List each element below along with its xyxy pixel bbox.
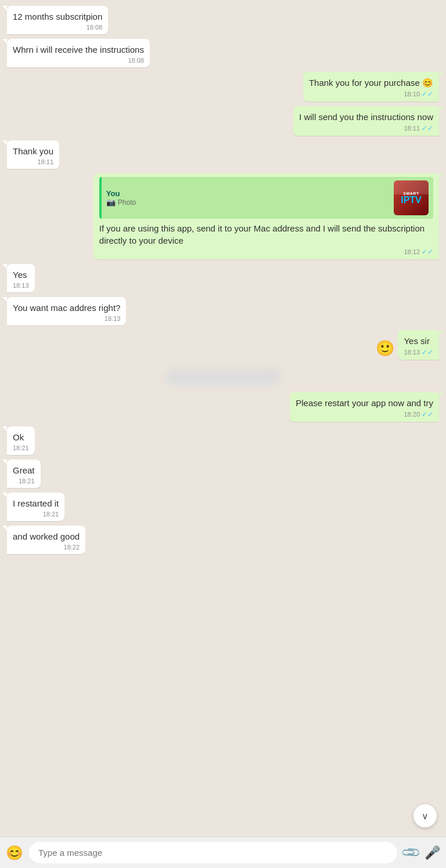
read-ticks: ✓✓ [422, 348, 433, 356]
blurred-message [165, 369, 281, 385]
message-time: 18:13 [404, 349, 420, 356]
message-text: Thank you for your purchase 😊 [309, 78, 433, 88]
message-text: I will send you the instructions now [299, 112, 433, 122]
message-row: You 📷 Photo Smart IPTV If you are using … [7, 173, 439, 259]
message-row: Whrn i will receive the instructions 18:… [7, 39, 439, 67]
message-text: Thank you [13, 146, 53, 156]
message-bubble: 12 months subscritpion 18:08 [7, 6, 108, 34]
message-time: 18:20 [404, 411, 420, 418]
message-text: Great [13, 465, 35, 475]
message-row: Great 18:21 [7, 460, 439, 488]
message-time: 18:13 [13, 282, 29, 289]
quote-block: You 📷 Photo Smart IPTV [99, 177, 433, 219]
message-bubble: Yes 18:13 [7, 264, 35, 292]
read-ticks: ✓✓ [422, 90, 433, 98]
message-input-bar: 😊 📎 🎤 [0, 837, 446, 868]
read-ticks: ✓✓ [422, 410, 433, 418]
message-bubble: I will send you the instructions now 18:… [293, 106, 439, 136]
message-time: 18:13 [105, 315, 121, 322]
message-bubble: Ok 18:21 [7, 426, 35, 455]
message-row: 🙂 Yes sir 18:13 ✓✓ [7, 330, 439, 360]
sent-emoji-avatar: 🙂 [376, 339, 394, 357]
blurred-message-row [7, 369, 439, 385]
message-row: Ok 18:21 [7, 426, 439, 455]
message-bubble: Please restart your app now and try 18:2… [290, 392, 439, 422]
mic-button[interactable]: 🎤 [425, 845, 440, 860]
message-row: Yes 18:13 [7, 264, 439, 292]
message-bubble: You want mac addres right? 18:13 [7, 297, 126, 326]
message-time: 18:12 [404, 248, 420, 255]
message-text: Ok [13, 432, 24, 442]
read-ticks: ✓✓ [422, 248, 433, 256]
message-row: 12 months subscritpion 18:08 [7, 6, 439, 34]
emoji-button[interactable]: 😊 [6, 845, 23, 861]
message-text: I restarted it [13, 498, 59, 508]
quote-author: You [106, 189, 389, 198]
message-row: You want mac addres right? 18:13 [7, 297, 439, 326]
message-text: 12 months subscritpion [13, 12, 102, 21]
message-time: 18:08 [87, 24, 103, 31]
message-time: 18:21 [19, 478, 35, 484]
message-bubble-quoted: You 📷 Photo Smart IPTV If you are using … [93, 173, 439, 259]
message-row: Thank you for your purchase 😊 18:10 ✓✓ [7, 72, 439, 102]
message-text: You want mac addres right? [13, 303, 120, 313]
message-text: Whrn i will receive the instructions [13, 45, 144, 55]
attach-button[interactable]: 📎 [400, 842, 422, 863]
message-text: Yes [13, 270, 27, 280]
chevron-down-icon: ∨ [422, 811, 429, 822]
message-time: 18:21 [43, 511, 59, 518]
message-text: and worked good [13, 531, 80, 541]
message-bubble: Whrn i will receive the instructions 18:… [7, 39, 150, 67]
camera-icon: 📷 [106, 198, 116, 207]
message-time: 18:11 [404, 125, 420, 132]
message-bubble: Great 18:21 [7, 460, 41, 488]
message-time: 18:11 [38, 158, 54, 165]
quote-sub: 📷 Photo [106, 198, 389, 207]
message-time: 18:10 [404, 91, 420, 97]
scroll-to-bottom-button[interactable]: ∨ [413, 804, 437, 827]
message-row: Please restart your app now and try 18:2… [7, 392, 439, 422]
message-text: If you are using this app, send it to yo… [99, 223, 425, 245]
message-time: 18:21 [13, 444, 29, 451]
message-row: I will send you the instructions now 18:… [7, 106, 439, 136]
message-input[interactable] [29, 842, 397, 863]
read-ticks: ✓✓ [422, 124, 433, 132]
message-bubble: I restarted it 18:21 [7, 493, 64, 521]
message-row: Thank you 18:11 [7, 140, 439, 169]
message-bubble: and worked good 18:22 [7, 526, 85, 554]
iptv-logo: Smart IPTV [394, 180, 429, 215]
message-time: 18:08 [128, 57, 144, 64]
message-text: Yes sir [404, 336, 429, 346]
message-bubble: Thank you for your purchase 😊 18:10 ✓✓ [303, 72, 439, 102]
message-bubble: Yes sir 18:13 ✓✓ [398, 330, 439, 360]
quote-image: Smart IPTV [394, 180, 429, 215]
message-row: I restarted it 18:21 [7, 493, 439, 521]
message-text: Please restart your app now and try [296, 398, 433, 408]
message-row: and worked good 18:22 [7, 526, 439, 554]
message-bubble: Thank you 18:11 [7, 140, 59, 169]
message-time: 18:22 [64, 544, 80, 551]
chat-area: 12 months subscritpion 18:08 Whrn i will… [0, 0, 446, 837]
